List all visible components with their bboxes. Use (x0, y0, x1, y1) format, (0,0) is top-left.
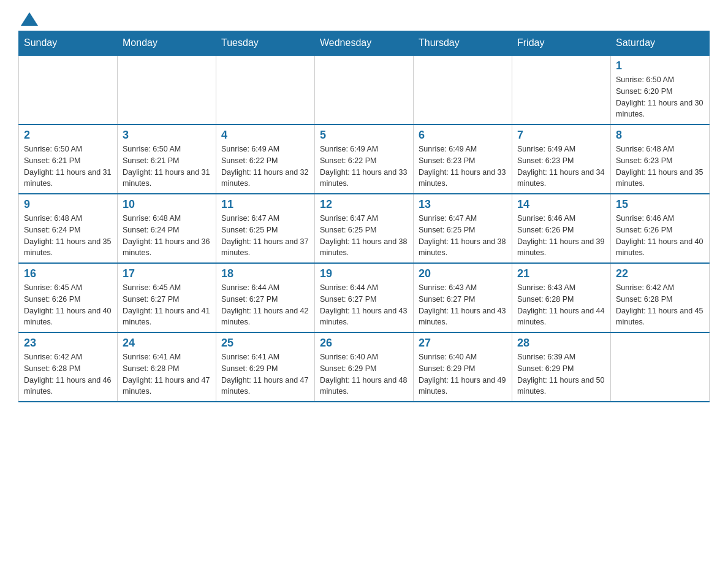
calendar-cell (512, 55, 611, 124)
day-info: Sunrise: 6:42 AMSunset: 6:28 PMDaylight:… (24, 351, 112, 397)
day-number: 18 (221, 267, 309, 280)
calendar-cell: 20Sunrise: 6:43 AMSunset: 6:27 PMDayligh… (414, 263, 512, 332)
day-number: 1 (616, 59, 704, 72)
calendar-cell: 24Sunrise: 6:41 AMSunset: 6:28 PMDayligh… (118, 332, 216, 402)
day-info: Sunrise: 6:49 AMSunset: 6:23 PMDaylight:… (419, 144, 507, 190)
day-info: Sunrise: 6:48 AMSunset: 6:23 PMDaylight:… (616, 144, 704, 190)
weekday-header-monday: Monday (118, 31, 216, 56)
day-info: Sunrise: 6:50 AMSunset: 6:21 PMDaylight:… (24, 144, 112, 190)
calendar-cell (118, 55, 216, 124)
day-number: 16 (24, 267, 112, 280)
calendar-cell: 26Sunrise: 6:40 AMSunset: 6:29 PMDayligh… (315, 332, 414, 402)
calendar-cell (19, 55, 118, 124)
calendar-cell: 8Sunrise: 6:48 AMSunset: 6:23 PMDaylight… (611, 124, 710, 194)
day-info: Sunrise: 6:39 AMSunset: 6:29 PMDaylight:… (517, 351, 605, 397)
calendar-cell: 15Sunrise: 6:46 AMSunset: 6:26 PMDayligh… (611, 194, 710, 263)
day-info: Sunrise: 6:47 AMSunset: 6:25 PMDaylight:… (320, 213, 408, 259)
day-info: Sunrise: 6:48 AMSunset: 6:24 PMDaylight:… (123, 213, 211, 259)
day-info: Sunrise: 6:46 AMSunset: 6:26 PMDaylight:… (517, 213, 605, 259)
calendar-cell: 21Sunrise: 6:43 AMSunset: 6:28 PMDayligh… (512, 263, 611, 332)
day-info: Sunrise: 6:50 AMSunset: 6:20 PMDaylight:… (616, 74, 704, 120)
day-number: 12 (320, 198, 408, 211)
day-info: Sunrise: 6:47 AMSunset: 6:25 PMDaylight:… (221, 213, 309, 259)
calendar-cell: 14Sunrise: 6:46 AMSunset: 6:26 PMDayligh… (512, 194, 611, 263)
day-info: Sunrise: 6:41 AMSunset: 6:28 PMDaylight:… (123, 351, 211, 397)
day-info: Sunrise: 6:40 AMSunset: 6:29 PMDaylight:… (419, 351, 507, 397)
calendar-cell: 17Sunrise: 6:45 AMSunset: 6:27 PMDayligh… (118, 263, 216, 332)
day-number: 28 (517, 337, 605, 350)
day-info: Sunrise: 6:49 AMSunset: 6:23 PMDaylight:… (517, 144, 605, 190)
calendar-cell: 4Sunrise: 6:49 AMSunset: 6:22 PMDaylight… (216, 124, 315, 194)
calendar-cell: 10Sunrise: 6:48 AMSunset: 6:24 PMDayligh… (118, 194, 216, 263)
day-number: 10 (123, 198, 211, 211)
weekday-header-sunday: Sunday (19, 31, 118, 56)
day-number: 24 (123, 337, 211, 350)
day-info: Sunrise: 6:49 AMSunset: 6:22 PMDaylight:… (221, 144, 309, 190)
calendar-cell: 16Sunrise: 6:45 AMSunset: 6:26 PMDayligh… (19, 263, 118, 332)
calendar-cell: 5Sunrise: 6:49 AMSunset: 6:22 PMDaylight… (315, 124, 414, 194)
calendar-cell: 2Sunrise: 6:50 AMSunset: 6:21 PMDaylight… (19, 124, 118, 194)
day-number: 4 (221, 129, 309, 142)
day-number: 17 (123, 267, 211, 280)
calendar-cell: 18Sunrise: 6:44 AMSunset: 6:27 PMDayligh… (216, 263, 315, 332)
day-info: Sunrise: 6:41 AMSunset: 6:29 PMDaylight:… (221, 351, 309, 397)
day-info: Sunrise: 6:46 AMSunset: 6:26 PMDaylight:… (616, 213, 704, 259)
day-number: 15 (616, 198, 704, 211)
calendar-table: SundayMondayTuesdayWednesdayThursdayFrid… (18, 31, 710, 402)
day-info: Sunrise: 6:40 AMSunset: 6:29 PMDaylight:… (320, 351, 408, 397)
day-number: 6 (419, 129, 507, 142)
calendar-cell: 28Sunrise: 6:39 AMSunset: 6:29 PMDayligh… (512, 332, 611, 402)
calendar-cell: 25Sunrise: 6:41 AMSunset: 6:29 PMDayligh… (216, 332, 315, 402)
calendar-cell (414, 55, 512, 124)
day-info: Sunrise: 6:43 AMSunset: 6:28 PMDaylight:… (517, 282, 605, 328)
logo (18, 12, 38, 25)
weekday-header-friday: Friday (512, 31, 611, 56)
weekday-header-wednesday: Wednesday (315, 31, 414, 56)
week-row-3: 9Sunrise: 6:48 AMSunset: 6:24 PMDaylight… (19, 194, 710, 263)
calendar-cell (216, 55, 315, 124)
day-number: 25 (221, 337, 309, 350)
day-info: Sunrise: 6:47 AMSunset: 6:25 PMDaylight:… (419, 213, 507, 259)
calendar-cell (315, 55, 414, 124)
calendar-cell: 13Sunrise: 6:47 AMSunset: 6:25 PMDayligh… (414, 194, 512, 263)
weekday-header-row: SundayMondayTuesdayWednesdayThursdayFrid… (19, 31, 710, 56)
day-number: 5 (320, 129, 408, 142)
day-number: 8 (616, 129, 704, 142)
day-info: Sunrise: 6:49 AMSunset: 6:22 PMDaylight:… (320, 144, 408, 190)
day-number: 21 (517, 267, 605, 280)
week-row-2: 2Sunrise: 6:50 AMSunset: 6:21 PMDaylight… (19, 124, 710, 194)
day-number: 7 (517, 129, 605, 142)
calendar-cell: 27Sunrise: 6:40 AMSunset: 6:29 PMDayligh… (414, 332, 512, 402)
calendar-cell (611, 332, 710, 402)
calendar-cell: 12Sunrise: 6:47 AMSunset: 6:25 PMDayligh… (315, 194, 414, 263)
day-info: Sunrise: 6:50 AMSunset: 6:21 PMDaylight:… (123, 144, 211, 190)
calendar-cell: 22Sunrise: 6:42 AMSunset: 6:28 PMDayligh… (611, 263, 710, 332)
week-row-1: 1Sunrise: 6:50 AMSunset: 6:20 PMDaylight… (19, 55, 710, 124)
day-number: 9 (24, 198, 112, 211)
day-number: 14 (517, 198, 605, 211)
calendar-cell: 23Sunrise: 6:42 AMSunset: 6:28 PMDayligh… (19, 332, 118, 402)
calendar-cell: 11Sunrise: 6:47 AMSunset: 6:25 PMDayligh… (216, 194, 315, 263)
calendar-cell: 7Sunrise: 6:49 AMSunset: 6:23 PMDaylight… (512, 124, 611, 194)
calendar-cell: 1Sunrise: 6:50 AMSunset: 6:20 PMDaylight… (611, 55, 710, 124)
weekday-header-tuesday: Tuesday (216, 31, 315, 56)
day-number: 27 (419, 337, 507, 350)
day-number: 11 (221, 198, 309, 211)
calendar-cell: 19Sunrise: 6:44 AMSunset: 6:27 PMDayligh… (315, 263, 414, 332)
day-info: Sunrise: 6:48 AMSunset: 6:24 PMDaylight:… (24, 213, 112, 259)
calendar-cell: 3Sunrise: 6:50 AMSunset: 6:21 PMDaylight… (118, 124, 216, 194)
calendar-cell: 9Sunrise: 6:48 AMSunset: 6:24 PMDaylight… (19, 194, 118, 263)
page-header (18, 12, 710, 25)
weekday-header-thursday: Thursday (414, 31, 512, 56)
day-info: Sunrise: 6:44 AMSunset: 6:27 PMDaylight:… (221, 282, 309, 328)
day-number: 26 (320, 337, 408, 350)
day-info: Sunrise: 6:45 AMSunset: 6:27 PMDaylight:… (123, 282, 211, 328)
weekday-header-saturday: Saturday (611, 31, 710, 56)
day-number: 3 (123, 129, 211, 142)
day-number: 22 (616, 267, 704, 280)
day-info: Sunrise: 6:44 AMSunset: 6:27 PMDaylight:… (320, 282, 408, 328)
week-row-4: 16Sunrise: 6:45 AMSunset: 6:26 PMDayligh… (19, 263, 710, 332)
calendar-cell: 6Sunrise: 6:49 AMSunset: 6:23 PMDaylight… (414, 124, 512, 194)
day-number: 23 (24, 337, 112, 350)
day-number: 20 (419, 267, 507, 280)
